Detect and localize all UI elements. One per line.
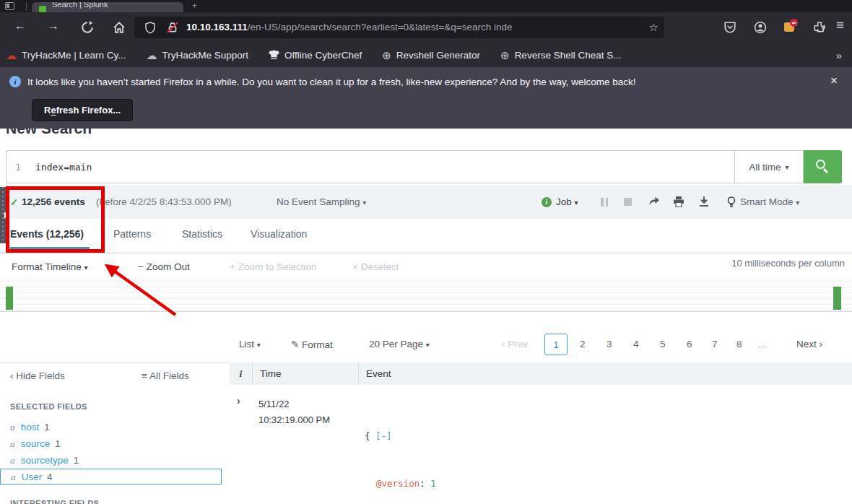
page-1-current[interactable]: 1 [544,334,568,355]
field-name[interactable]: host [21,422,40,433]
search-query[interactable]: index=main [35,162,92,173]
page-7[interactable]: 7 [712,339,718,349]
field-count: 1 [74,455,79,466]
event-time-cell: 5/11/22 10:32:19.000 PM [258,396,330,428]
notification-close-icon[interactable]: × [830,74,838,88]
json-line-brace: { [-] [365,428,583,444]
timeline-bar-left[interactable] [6,287,13,310]
new-tab-button[interactable]: + [192,1,197,11]
bookmark-cyberchef[interactable]: Offline CyberChef [269,50,362,61]
tab-visualization[interactable]: Visualization [251,228,307,240]
per-page-dropdown[interactable]: 20 Per Page ▾ [369,339,430,349]
event-sampling-dropdown[interactable]: No Event Sampling ▾ [277,196,366,207]
format-label: Format [302,339,333,350]
refresh-firefox-button[interactable]: Refresh Firefox... [32,99,133,121]
bookmark-tryhackme[interactable]: ☁ TryHackMe | Learn Cy... [6,50,126,61]
events-table-header: i Time Event [230,362,852,385]
share-icon[interactable] [648,196,660,207]
next-page-button[interactable]: Next › [796,339,822,349]
smart-mode-dropdown[interactable]: Smart Mode ▾ [740,196,799,207]
tab-events[interactable]: Events (12,256) [10,228,84,240]
pocket-icon[interactable] [723,21,736,34]
format-timeline-label: Format Timeline [12,261,82,272]
json-collapse-link[interactable]: [-] [375,430,392,441]
field-type: a [10,438,15,449]
format-results-button[interactable]: ✎ Format [291,339,333,350]
tab-patterns[interactable]: Patterns [113,228,151,240]
brace: { [365,430,375,441]
tab-statistics[interactable]: Statistics [182,228,222,240]
caret-down-icon: ▾ [575,199,578,207]
list-icon: ≡ [142,370,147,381]
all-fields-button[interactable]: ≡ All Fields [142,370,189,381]
hide-fields-label: Hide Fields [16,370,65,381]
hide-fields-button[interactable]: ‹ Hide Fields [10,370,65,381]
field-name[interactable]: sourcetype [21,455,69,466]
json-value: 1 [430,478,436,489]
pause-job-icon[interactable] [601,198,608,207]
events-table: i Time Event › 5/11/22 10:32:19.000 PM {… [230,362,852,504]
export-download-icon[interactable] [699,196,709,207]
search-input[interactable]: 1 index=main [6,150,734,183]
chef-hat-icon [269,50,279,60]
page-5[interactable]: 5 [660,339,666,349]
shield-icon[interactable] [144,22,156,34]
browser-navbar: ← → 10.10.163.111/en-US/app/search/searc… [0,12,852,43]
screen: Search | Splunk + ← → 10.10.163.111 [0,0,852,504]
bookmark-star-icon[interactable]: ☆ [649,21,658,34]
bookmark-label: Offline CyberChef [284,50,362,61]
expand-event-icon[interactable]: › [237,395,240,407]
sampling-label: No Event Sampling [277,196,360,207]
header-event: Event [359,362,391,385]
page-2[interactable]: 2 [580,339,586,349]
field-type: a [10,455,15,466]
zoom-out-button[interactable]: − Zoom Out [138,261,190,272]
home-button[interactable] [113,21,126,34]
extensions-puzzle-icon[interactable] [813,21,826,34]
page-6[interactable]: 6 [687,339,692,349]
chevron-left-icon: ‹ [502,339,505,349]
pencil-icon: ✎ [291,339,299,350]
notification-message: It looks like you haven’t started Firefo… [27,77,635,87]
firefox-view-icon[interactable] [5,2,14,10]
page-ellipsis: ... [758,339,766,349]
job-label: Job [556,196,572,207]
url-text[interactable]: 10.10.163.111/en-US/app/search/search?ea… [186,22,757,32]
print-icon[interactable] [673,196,684,207]
bookmark-revshell[interactable]: ⊕ Revshell Generator [382,50,480,61]
page-4[interactable]: 4 [633,339,639,349]
insecure-lock-icon[interactable] [166,21,179,34]
bookmark-revshell-cheatsheet[interactable]: ⊕ Reverse Shell Cheat S... [500,50,621,61]
search-button[interactable] [804,150,842,183]
url-bar[interactable]: 10.10.163.111/en-US/app/search/search?ea… [134,17,664,38]
account-icon[interactable] [754,21,767,34]
hamburger-menu-icon[interactable]: ≡ [836,17,844,33]
field-row-sourcetype[interactable]: asourcetype1 [0,453,222,469]
caret-down-icon: ▾ [426,341,430,349]
timeline-bar-right[interactable] [833,287,841,310]
list-view-dropdown[interactable]: List ▾ [239,339,261,349]
forward-button[interactable]: → [48,19,59,32]
field-row-user[interactable]: aUser4 [0,469,222,485]
page-3[interactable]: 3 [607,339,612,349]
bookmark-label: TryHackMe Support [162,50,249,61]
field-name[interactable]: source [21,438,51,449]
back-button[interactable]: ← [14,19,26,32]
bookmark-tryhackme-support[interactable]: ☁ TryHackMe Support [147,50,249,61]
timeline-histogram[interactable] [0,281,852,312]
reload-button[interactable] [81,21,94,34]
page-8[interactable]: 8 [736,339,742,349]
field-row-source[interactable]: asource1 [0,436,222,452]
bookmarks-overflow-chevron[interactable]: » [836,49,842,61]
field-name[interactable]: User [22,472,43,482]
stop-job-icon[interactable] [624,198,632,206]
field-row-host[interactable]: ahost1 [0,420,222,435]
field-type: a [11,472,16,482]
job-status-icon: i [542,197,552,207]
side-panel-handle[interactable] [0,187,9,243]
job-menu[interactable]: Job ▾ [556,196,578,207]
adblock-extension-icon[interactable] [784,20,796,33]
format-timeline-dropdown[interactable]: Format Timeline ▾ [12,261,88,272]
per-page-label: 20 Per Page [369,339,423,349]
time-range-picker[interactable]: All time ▾ [734,150,804,183]
